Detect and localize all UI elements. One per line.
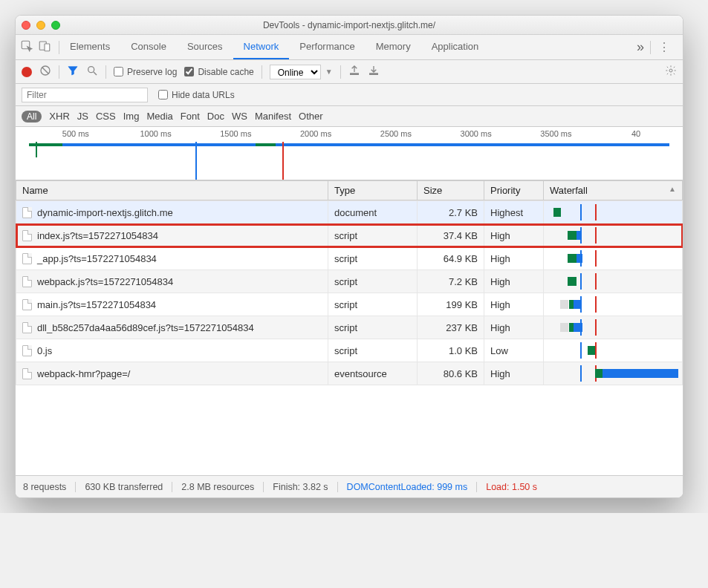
cell-size: 237 KB — [418, 316, 484, 339]
time-tick: 2500 ms — [380, 129, 412, 138]
cell-name[interactable]: main.js?ts=1572271054834 — [16, 293, 328, 316]
col-type[interactable]: Type — [328, 181, 418, 200]
cell-waterfall — [544, 247, 683, 270]
tab-memory[interactable]: Memory — [366, 35, 421, 59]
maximize-window-button[interactable] — [51, 21, 60, 30]
tab-elements[interactable]: Elements — [59, 35, 120, 59]
type-filter-img[interactable]: Img — [123, 111, 140, 122]
type-filter-all[interactable]: All — [22, 111, 42, 122]
status-bar: 8 requests 630 KB transferred 2.8 MB res… — [16, 475, 683, 497]
status-requests: 8 requests — [23, 482, 76, 492]
tab-sources[interactable]: Sources — [177, 35, 233, 59]
table-row[interactable]: webpack.js?ts=1572271054834script7.2 KBH… — [16, 270, 683, 293]
cell-type: document — [328, 201, 418, 224]
settings-gear-icon[interactable] — [665, 68, 677, 79]
table-row[interactable]: webpack-hmr?page=/eventsource80.6 KBHigh — [16, 362, 683, 385]
col-size[interactable]: Size — [418, 181, 484, 200]
svg-point-5 — [669, 69, 672, 72]
overview-bar — [256, 143, 669, 146]
table-row[interactable]: dynamic-import-nextjs.glitch.medocument2… — [16, 201, 683, 224]
table-row[interactable]: index.js?ts=1572271054834script37.4 KBHi… — [16, 224, 683, 247]
settings-menu-icon[interactable]: ⋮ — [651, 40, 678, 54]
overview-bar — [29, 143, 256, 146]
filter-bar: Hide data URLs — [16, 84, 683, 106]
type-filter-js[interactable]: JS — [77, 111, 88, 122]
load-marker — [282, 142, 284, 180]
cell-waterfall — [544, 339, 683, 362]
col-priority[interactable]: Priority — [484, 181, 544, 200]
type-filter-media[interactable]: Media — [146, 111, 172, 122]
time-tick: 3500 ms — [540, 129, 571, 138]
filter-icon[interactable] — [67, 65, 79, 79]
disable-cache-checkbox[interactable]: Disable cache — [184, 67, 253, 77]
load-line — [595, 342, 597, 359]
cell-name[interactable]: dynamic-import-nextjs.glitch.me — [16, 201, 328, 224]
load-line — [595, 273, 597, 290]
clear-icon[interactable] — [39, 65, 51, 79]
cell-waterfall — [544, 224, 683, 247]
close-window-button[interactable] — [22, 21, 30, 30]
overview-start-marker — [36, 142, 37, 157]
chevron-down-icon[interactable]: ▼ — [325, 68, 333, 76]
cell-name[interactable]: dll_b58c257da4aa56d89cef.js?ts=157227105… — [16, 316, 328, 339]
cell-type: script — [328, 293, 418, 316]
filter-input[interactable] — [22, 88, 148, 102]
network-toolbar: Preserve log Disable cache Online ▼ — [16, 60, 683, 84]
tab-application[interactable]: Application — [421, 35, 490, 59]
table-row[interactable]: 0.jsscript1.0 KBLow — [16, 339, 683, 362]
tab-network[interactable]: Network — [233, 35, 290, 59]
table-row[interactable]: dll_b58c257da4aa56d89cef.js?ts=157227105… — [16, 316, 683, 339]
table-row[interactable]: main.js?ts=1572271054834script199 KBHigh — [16, 293, 683, 316]
device-toolbar-icon[interactable] — [38, 39, 51, 55]
disable-cache-label: Disable cache — [198, 67, 253, 77]
col-waterfall[interactable]: Waterfall▲ — [544, 181, 683, 200]
divider — [105, 65, 106, 79]
overview-timeline[interactable]: 500 ms1000 ms1500 ms2000 ms2500 ms3000 m… — [16, 127, 683, 180]
cell-name[interactable]: webpack-hmr?page=/ — [16, 362, 328, 385]
cell-name[interactable]: webpack.js?ts=1572271054834 — [16, 270, 328, 293]
hide-data-urls-checkbox[interactable]: Hide data URLs — [158, 90, 235, 100]
status-resources: 2.8 MB resources — [172, 482, 264, 492]
inspect-element-icon[interactable] — [20, 39, 33, 55]
status-load: Load: 1.50 s — [477, 482, 546, 492]
upload-har-icon[interactable] — [348, 65, 360, 79]
tab-performance[interactable]: Performance — [289, 35, 365, 59]
cell-priority: High — [484, 293, 544, 316]
preserve-log-checkbox[interactable]: Preserve log — [114, 67, 177, 77]
throttling-select[interactable]: Online — [270, 65, 321, 79]
type-filter-css[interactable]: CSS — [96, 111, 116, 122]
type-filter-font[interactable]: Font — [181, 111, 200, 122]
type-filter-other[interactable]: Other — [299, 111, 323, 122]
search-icon[interactable] — [86, 65, 98, 79]
minimize-window-button[interactable] — [36, 21, 45, 30]
cell-name[interactable]: index.js?ts=1572271054834 — [16, 224, 328, 247]
type-filter-manifest[interactable]: Manifest — [255, 111, 291, 122]
type-filter-ws[interactable]: WS — [232, 111, 247, 122]
tabs-overflow-icon[interactable]: » — [631, 39, 650, 55]
svg-rect-2 — [45, 44, 50, 51]
sort-asc-icon: ▲ — [669, 185, 676, 193]
cell-name[interactable]: _app.js?ts=1572271054834 — [16, 247, 328, 270]
preserve-log-input[interactable] — [114, 67, 123, 76]
cell-size: 64.9 KB — [418, 247, 484, 270]
cell-priority: High — [484, 362, 544, 385]
table-row[interactable]: _app.js?ts=1572271054834script64.9 KBHig… — [16, 247, 683, 270]
file-icon — [22, 276, 32, 287]
cell-type: script — [328, 339, 418, 362]
download-har-icon[interactable] — [368, 65, 380, 79]
record-button[interactable] — [22, 67, 32, 77]
cell-size: 199 KB — [418, 293, 484, 316]
type-filter-xhr[interactable]: XHR — [49, 111, 69, 122]
load-line — [595, 250, 597, 267]
file-icon — [22, 253, 32, 264]
hide-data-urls-input[interactable] — [158, 90, 168, 99]
cell-name[interactable]: 0.js — [16, 339, 328, 362]
cell-priority: High — [484, 247, 544, 270]
time-tick: 2000 ms — [300, 129, 331, 138]
disable-cache-input[interactable] — [184, 67, 194, 76]
col-name[interactable]: Name — [16, 181, 328, 200]
type-filter-doc[interactable]: Doc — [207, 111, 224, 122]
tab-console[interactable]: Console — [120, 35, 177, 59]
cell-type: script — [328, 316, 418, 339]
status-domcontentloaded: DOMContentLoaded: 999 ms — [338, 482, 478, 492]
